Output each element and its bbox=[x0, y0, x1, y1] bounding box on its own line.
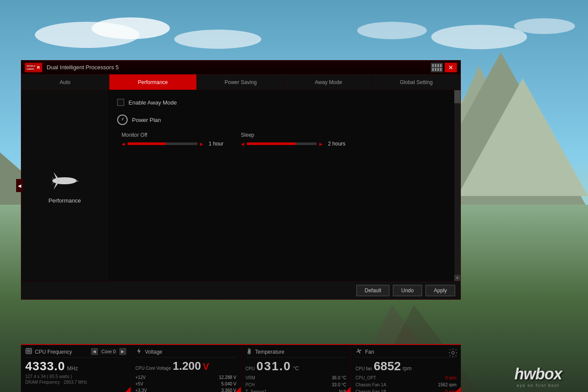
tab-global-setting[interactable]: Global Setting bbox=[372, 74, 460, 90]
enable-away-row: Enable Away Mode bbox=[117, 99, 452, 106]
fan-row-value: 1562 rpm bbox=[438, 382, 456, 389]
cpu-freq-title: CPU Frequency bbox=[35, 349, 72, 355]
bottom-bar: Default Undo Apply bbox=[21, 281, 460, 299]
scrollbar-thumb[interactable] bbox=[454, 90, 460, 103]
voltage-row-label: +5V bbox=[135, 381, 143, 387]
temp-title: Temperature bbox=[255, 349, 284, 355]
fan-row-value: 0 rpm bbox=[445, 375, 456, 382]
main-window: REPUBLIC OF GAMERS R Dual Intelligent Pr… bbox=[21, 60, 461, 300]
temp-header: Temperature bbox=[246, 348, 347, 358]
svg-point-2 bbox=[91, 17, 170, 39]
voltage-triangle bbox=[236, 387, 241, 392]
temp-row-label: T_Sensor1 bbox=[246, 389, 267, 392]
temp-row-label: VRM bbox=[246, 375, 255, 382]
voltage-row-value: 12.288 V bbox=[219, 374, 236, 381]
svg-point-4 bbox=[357, 22, 427, 39]
voltage-row: +3.3V3.360 V bbox=[135, 387, 237, 392]
temp-row-value: 36.0 °C bbox=[332, 375, 346, 382]
sidebar-label: Performance bbox=[48, 197, 81, 204]
content-wrapper: ◀ Perf bbox=[21, 90, 460, 281]
fan-row-label: Chassis Fan 1B bbox=[355, 389, 386, 392]
core-prev-button[interactable]: ◀ bbox=[91, 348, 98, 355]
cpu-temp-value: 031.0 bbox=[257, 359, 291, 373]
power-plan-label: Power Plan bbox=[132, 117, 161, 123]
cpu-frequency-section: CPU Frequency ◀ Core 0 ▶ 4333.0 MHz 127.… bbox=[21, 345, 131, 392]
close-button[interactable]: ✕ bbox=[445, 63, 457, 72]
tab-performance[interactable]: Performance bbox=[109, 74, 197, 90]
voltage-main-row: CPU Core Voltage 1.200 V bbox=[135, 359, 237, 373]
airplane-icon bbox=[49, 168, 80, 194]
monitor-off-right-arrow[interactable]: ▶ bbox=[200, 142, 203, 146]
sleep-left-arrow[interactable]: ◀ bbox=[241, 142, 244, 146]
fan-triangle bbox=[456, 387, 461, 392]
temp-rows: VRM36.0 °CPCH33.0 °CT_Sensor1N/AT_Sensor… bbox=[246, 375, 347, 392]
title-bar: REPUBLIC OF GAMERS R Dual Intelligent Pr… bbox=[21, 61, 460, 74]
voltage-header: Voltage bbox=[135, 348, 237, 358]
voltage-rows: +12V12.288 V+5V5.040 V+3.3V3.360 VCPU Ca… bbox=[135, 374, 237, 392]
undo-button[interactable]: Undo bbox=[393, 285, 422, 296]
temp-main-row: CPU 031.0 °C bbox=[246, 359, 347, 373]
fan-row: Chassis Fan 1B0 rpm bbox=[355, 389, 456, 392]
cpu-icon bbox=[25, 348, 32, 356]
temp-icon bbox=[246, 348, 253, 356]
cpu-core-voltage-unit: V bbox=[203, 361, 210, 372]
voltage-section: Voltage CPU Core Voltage 1.200 V +12V12.… bbox=[131, 345, 241, 392]
cpu-fan-value: 6852 bbox=[374, 359, 401, 373]
svg-point-5 bbox=[431, 25, 527, 49]
voltage-row: +12V12.288 V bbox=[135, 374, 237, 381]
title-controls: ✕ bbox=[431, 63, 457, 72]
sliders-row: Monitor Off ◀ ▶ 1 hour Sleep ◀ bbox=[122, 132, 452, 147]
scrollbar[interactable]: ▼ bbox=[454, 90, 460, 281]
hwbox-logo: hwbox eye on first boot bbox=[514, 365, 562, 388]
voltage-icon bbox=[135, 348, 142, 356]
temp-row-value: 33.0 °C bbox=[332, 382, 346, 389]
temp-row: VRM36.0 °C bbox=[246, 375, 347, 382]
cpu-core-voltage-value: 1.200 bbox=[172, 359, 201, 373]
main-content[interactable]: Enable Away Mode Power Plan Monitor Off … bbox=[108, 90, 460, 281]
svg-point-6 bbox=[514, 18, 575, 34]
svg-point-38 bbox=[248, 352, 250, 354]
monitor-off-track[interactable] bbox=[128, 142, 197, 145]
fan-row: CPU_OPT0 rpm bbox=[355, 375, 456, 382]
monitor-off-group: Monitor Off ◀ ▶ 1 hour bbox=[122, 132, 223, 147]
tab-bar: Auto Performance Power Saving Away Mode … bbox=[21, 74, 460, 90]
fan-row: Chassis Fan 1A1562 rpm bbox=[355, 382, 456, 389]
status-bar: CPU Frequency ◀ Core 0 ▶ 4333.0 MHz 127.… bbox=[21, 344, 461, 392]
monitor-off-left-arrow[interactable]: ◀ bbox=[122, 142, 125, 146]
fan-main-row: CPU fan 6852 rpm bbox=[355, 359, 456, 373]
default-button[interactable]: Default bbox=[356, 285, 389, 296]
voltage-row-label: +12V bbox=[135, 374, 146, 381]
fan-row-label: CPU_OPT bbox=[355, 375, 376, 382]
core-next-button[interactable]: ▶ bbox=[119, 348, 126, 355]
cpu-freq-unit: MHz bbox=[67, 365, 78, 372]
cpu-freq-value-row: 4333.0 MHz bbox=[25, 359, 126, 373]
enable-away-checkbox[interactable] bbox=[117, 99, 124, 106]
cpu-fan-label: CPU fan bbox=[355, 366, 372, 371]
tab-away-mode[interactable]: Away Mode bbox=[285, 74, 373, 90]
svg-text:R: R bbox=[37, 65, 40, 70]
hwbox-sub-text: eye on first boot bbox=[514, 383, 562, 388]
voltage-row-label: +3.3V bbox=[135, 387, 147, 392]
apply-button[interactable]: Apply bbox=[426, 285, 455, 296]
rog-logo: REPUBLIC OF GAMERS R bbox=[25, 63, 42, 72]
svg-point-42 bbox=[358, 350, 360, 352]
svg-marker-34 bbox=[137, 348, 141, 354]
sleep-track[interactable] bbox=[247, 142, 317, 145]
gear-icon[interactable] bbox=[448, 348, 458, 360]
sleep-right-arrow[interactable]: ▶ bbox=[319, 142, 323, 146]
tab-power-saving[interactable]: Power Saving bbox=[197, 74, 285, 90]
scrollbar-bottom-arrow[interactable]: ▼ bbox=[454, 275, 460, 281]
collapse-arrow[interactable]: ◀ bbox=[16, 179, 23, 192]
sidebar-icon: Performance bbox=[48, 168, 81, 204]
sleep-value: 2 hours bbox=[328, 141, 345, 147]
cpu-temp-unit: °C bbox=[293, 365, 299, 372]
clock-icon bbox=[117, 115, 128, 125]
fan-row-value: 0 rpm bbox=[445, 389, 456, 392]
tab-auto[interactable]: Auto bbox=[21, 74, 109, 90]
sleep-group: Sleep ◀ ▶ 2 hours bbox=[241, 132, 345, 147]
grid-icon[interactable] bbox=[431, 63, 443, 72]
cpu-core-voltage-label: CPU Core Voltage bbox=[135, 366, 171, 371]
temp-triangle bbox=[345, 387, 351, 392]
cpu-temp-label: CPU bbox=[246, 366, 255, 371]
svg-marker-21 bbox=[77, 181, 79, 182]
